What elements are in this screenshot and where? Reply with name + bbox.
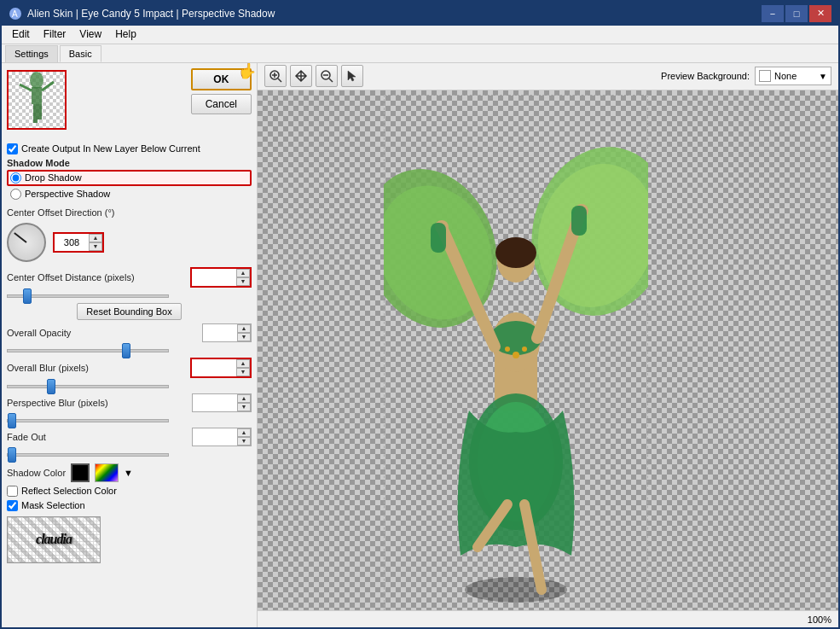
preview-background-select[interactable]: None ▼ — [755, 67, 831, 85]
perspective-blur-spin-down[interactable]: ▼ — [237, 403, 251, 411]
opacity-spin-up[interactable]: ▲ — [237, 324, 251, 333]
blur-spinbox[interactable]: 26.23 ▲ ▼ — [190, 358, 252, 378]
perspective-blur-spin-up[interactable]: ▲ — [237, 394, 251, 403]
zoom-level: 100% — [808, 614, 831, 625]
fade-out-spin-arrows: ▲ ▼ — [237, 428, 251, 446]
direction-spin-down[interactable]: ▼ — [89, 242, 102, 251]
reflect-selection-label: Reflect Selection Color — [21, 486, 117, 496]
blur-input[interactable]: 26.23 — [192, 359, 236, 376]
preview-bg-dropdown-arrow[interactable]: ▼ — [819, 72, 827, 81]
menu-edit[interactable]: Edit — [5, 26, 37, 42]
fade-out-label: Fade Out — [7, 432, 187, 442]
drop-shadow-radio[interactable] — [10, 172, 21, 183]
tab-bar: Settings Basic — [2, 44, 838, 63]
color-palette-button[interactable] — [95, 463, 119, 482]
title-bar-text: Alien Skin | Eye Candy 5 Impact | Perspe… — [27, 8, 762, 20]
svg-point-36 — [505, 347, 510, 352]
minimize-button[interactable]: − — [762, 5, 784, 22]
perspective-blur-slider[interactable] — [7, 419, 169, 422]
create-output-label: Create Output In New Layer Below Current — [21, 143, 200, 154]
toolbar: Preview Background: None ▼ — [258, 63, 838, 90]
menu-help[interactable]: Help — [108, 26, 143, 42]
perspective-blur-spinbox[interactable]: 0.00 ▲ ▼ — [192, 393, 252, 412]
distance-spin-down[interactable]: ▼ — [236, 277, 250, 286]
thumbnail-text: claudia — [36, 532, 72, 547]
menu-view[interactable]: View — [72, 26, 108, 42]
center-offset-distance-label: Center Offset Distance (pixels) — [7, 272, 185, 282]
opacity-slider[interactable] — [7, 349, 169, 352]
svg-rect-3 — [32, 87, 42, 104]
create-output-checkbox[interactable] — [7, 143, 18, 154]
maximize-button[interactable]: □ — [785, 5, 808, 22]
svg-rect-34 — [571, 206, 587, 236]
title-bar: A Alien Skin | Eye Candy 5 Impact | Pers… — [2, 2, 838, 26]
shadow-color-swatch[interactable] — [71, 463, 90, 482]
distance-input[interactable]: 10.00 — [192, 269, 236, 286]
perspective-blur-row: Perspective Blur (pixels) 0.00 ▲ ▼ — [7, 393, 252, 412]
distance-spinbox[interactable]: 10.00 ▲ ▼ — [190, 267, 252, 288]
perspective-blur-input[interactable]: 0.00 — [193, 394, 237, 411]
direction-section: Center Offset Direction (°) 308 ▲ ▼ — [7, 207, 252, 262]
menu-bar: Edit Filter View Help — [2, 26, 838, 44]
svg-point-26 — [495, 237, 536, 268]
opacity-row: Overall Opacity 75 ▲ ▼ — [7, 323, 252, 342]
svg-rect-33 — [431, 223, 446, 253]
distance-spin-up[interactable]: ▲ — [236, 269, 250, 277]
drop-shadow-label: Drop Shadow — [25, 172, 82, 183]
shadow-mode-label: Shadow Mode — [7, 158, 252, 168]
reflect-selection-checkbox[interactable] — [7, 486, 18, 497]
drop-shadow-row[interactable]: Drop Shadow — [7, 170, 252, 186]
fade-out-slider-row — [7, 448, 252, 458]
thumbnail-preview: claudia — [7, 516, 101, 563]
create-output-row: Create Output In New Layer Below Current — [7, 143, 252, 154]
ok-button[interactable]: OK 👆 — [191, 68, 252, 90]
main-layout: OK 👆 Cancel — [2, 63, 838, 627]
tab-basic[interactable]: Basic — [60, 45, 101, 62]
title-bar-controls: − □ ✕ — [762, 5, 831, 22]
direction-spin-up[interactable]: ▲ — [89, 234, 102, 242]
reflect-selection-row: Reflect Selection Color — [7, 486, 252, 497]
opacity-spinbox[interactable]: 75 ▲ ▼ — [202, 323, 252, 342]
svg-point-15 — [465, 577, 567, 603]
perspective-blur-slider-row — [7, 414, 252, 424]
fade-out-spin-up[interactable]: ▲ — [237, 428, 251, 437]
compass-widget[interactable] — [7, 223, 46, 262]
distance-slider[interactable] — [7, 294, 169, 298]
svg-point-37 — [522, 347, 527, 352]
zoom-out-button[interactable] — [316, 65, 338, 87]
svg-line-9 — [278, 79, 281, 82]
pan-icon — [294, 69, 308, 83]
tab-settings[interactable]: Settings — [5, 45, 58, 62]
distance-spin-arrows: ▲ ▼ — [236, 269, 250, 286]
cancel-button[interactable]: Cancel — [191, 94, 252, 114]
overall-opacity-label: Overall Opacity — [7, 328, 197, 338]
mask-selection-row: Mask Selection — [7, 500, 252, 511]
opacity-input[interactable]: 75 — [203, 324, 237, 341]
opacity-spin-down[interactable]: ▼ — [237, 333, 251, 341]
fade-out-slider[interactable] — [7, 453, 169, 457]
reset-bounding-box-button[interactable]: Reset Bounding Box — [77, 303, 181, 320]
color-dropdown-arrow[interactable]: ▼ — [124, 468, 133, 478]
zoom-in-button[interactable] — [264, 65, 287, 87]
blur-slider[interactable] — [7, 385, 169, 388]
dancer-figure — [384, 95, 648, 610]
perspective-shadow-row[interactable]: Perspective Shadow — [7, 188, 252, 201]
fade-out-spin-down[interactable]: ▼ — [237, 437, 251, 446]
fade-out-input[interactable]: 0 — [193, 428, 237, 446]
distance-slider-row — [7, 289, 252, 300]
cursor-button[interactable] — [341, 65, 363, 87]
blur-spin-down[interactable]: ▼ — [236, 368, 250, 376]
close-button[interactable]: ✕ — [809, 5, 831, 22]
menu-filter[interactable]: Filter — [37, 26, 73, 42]
overall-blur-label: Overall Blur (pixels) — [7, 363, 185, 373]
blur-spin-up[interactable]: ▲ — [236, 359, 250, 368]
compass-row: 308 ▲ ▼ — [7, 223, 252, 262]
mask-selection-checkbox[interactable] — [7, 500, 18, 511]
pan-button[interactable] — [290, 65, 312, 87]
svg-point-35 — [513, 352, 519, 358]
fade-out-spinbox[interactable]: 0 ▲ ▼ — [192, 428, 252, 446]
direction-input[interactable]: 308 — [55, 234, 89, 251]
center-offset-direction-label: Center Offset Direction (°) — [7, 207, 252, 218]
direction-spinbox[interactable]: 308 ▲ ▼ — [53, 232, 104, 253]
perspective-shadow-radio[interactable] — [10, 189, 21, 200]
